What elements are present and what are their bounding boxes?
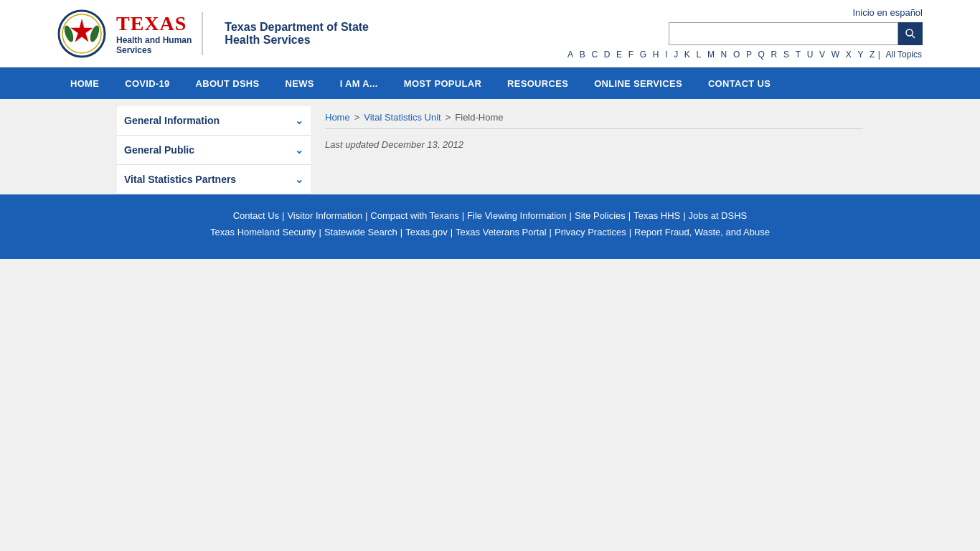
inicio-en-espanol-link[interactable]: Inicio en español xyxy=(852,7,923,18)
footer-sep: | xyxy=(570,210,572,221)
footer-jobs-dshs-link[interactable]: Jobs at DSHS xyxy=(689,210,748,221)
az-letter-d[interactable]: D xyxy=(604,50,611,60)
search-icon xyxy=(905,28,916,39)
az-letter-o[interactable]: O xyxy=(733,50,740,60)
az-letter-x[interactable]: X xyxy=(846,50,852,60)
az-letter-t[interactable]: T xyxy=(796,50,801,60)
az-index-bar: A B C D E F G H I J K L M N O P Q R S xyxy=(567,50,923,60)
az-letter-s[interactable]: S xyxy=(783,50,789,60)
sidebar-item-vital-statistics-partners[interactable]: Vital Statistics Partners ⌄ xyxy=(117,165,311,194)
az-letter-i[interactable]: I xyxy=(665,50,667,60)
chevron-down-icon: ⌄ xyxy=(295,144,303,156)
az-letter-v[interactable]: V xyxy=(819,50,825,60)
footer-visitor-info-link[interactable]: Visitor Information xyxy=(287,210,362,221)
footer-sep: | xyxy=(400,227,402,237)
search-button[interactable] xyxy=(898,22,923,45)
all-topics-link[interactable]: All Topics xyxy=(886,50,922,60)
footer-texas-hhs-link[interactable]: Texas HHS xyxy=(633,210,680,221)
nav-most-popular[interactable]: MOST POPULAR xyxy=(391,67,494,99)
page-footer: Contact Us | Visitor Information | Compa… xyxy=(0,194,980,259)
az-letter-q[interactable]: Q xyxy=(758,50,765,60)
footer-sep: | xyxy=(629,227,631,237)
az-letter-n[interactable]: N xyxy=(721,50,727,60)
svg-point-5 xyxy=(906,29,913,36)
az-letter-b[interactable]: B xyxy=(580,50,585,60)
chevron-down-icon: ⌄ xyxy=(295,174,303,185)
breadcrumb-separator2: > xyxy=(446,112,451,123)
sidebar-item-label: General Information xyxy=(124,115,220,126)
az-letter-y[interactable]: Y xyxy=(857,50,863,60)
az-letter-k[interactable]: K xyxy=(684,50,690,60)
top-navigation: HOME COVID-19 ABOUT DSHS NEWS I AM A... … xyxy=(0,67,980,99)
az-letter-u[interactable]: U xyxy=(807,50,814,60)
footer-sep: | xyxy=(365,210,367,221)
az-letter-a[interactable]: A xyxy=(567,50,573,60)
az-letter-j[interactable]: J xyxy=(674,50,678,60)
az-letter-p[interactable]: P xyxy=(746,50,752,60)
az-letter-h[interactable]: H xyxy=(653,50,659,60)
footer-row1: Contact Us | Visitor Information | Compa… xyxy=(29,210,951,221)
az-letter-w[interactable]: W xyxy=(831,50,839,60)
nav-online-services[interactable]: ONLINE SERVICES xyxy=(581,67,695,99)
az-letter-e[interactable]: E xyxy=(616,50,622,60)
breadcrumb-current-page: Field-Home xyxy=(455,112,503,123)
footer-file-viewing-link[interactable]: File Viewing Information xyxy=(467,210,567,221)
footer-texasgov-link[interactable]: Texas.gov xyxy=(405,227,448,237)
nav-resources[interactable]: RESOURCES xyxy=(494,67,581,99)
footer-sep: | xyxy=(319,227,321,237)
chevron-down-icon: ⌄ xyxy=(295,115,303,126)
footer-report-fraud-link[interactable]: Report Fraud, Waste, and Abuse xyxy=(634,227,770,237)
nav-i-am-a[interactable]: I AM A... xyxy=(327,67,391,99)
logo-area: TEXAS Health and HumanServices Texas Dep… xyxy=(57,9,369,58)
az-letter-f[interactable]: F xyxy=(628,50,633,60)
search-row xyxy=(669,22,923,45)
svg-line-6 xyxy=(912,35,915,38)
az-letter-c[interactable]: C xyxy=(591,50,598,60)
footer-sep: | xyxy=(683,210,685,221)
dshs-name: Texas Department of StateHealth Services xyxy=(225,21,369,47)
footer-row2: Texas Homeland Security | Statewide Sear… xyxy=(29,227,951,237)
az-letter-l[interactable]: L xyxy=(697,50,702,60)
footer-veterans-portal-link[interactable]: Texas Veterans Portal xyxy=(456,227,546,237)
sidebar-item-label: General Public xyxy=(124,144,194,156)
az-letter-r[interactable]: R xyxy=(771,50,778,60)
sidebar-item-general-information[interactable]: General Information ⌄ xyxy=(117,106,311,136)
footer-compact-texans-link[interactable]: Compact with Texans xyxy=(370,210,458,221)
footer-privacy-practices-link[interactable]: Privacy Practices xyxy=(555,227,626,237)
nav-news[interactable]: NEWS xyxy=(273,67,327,99)
last-updated-text: Last updated December 13, 2012 xyxy=(325,139,863,150)
nav-contact-us[interactable]: CONTACT US xyxy=(695,67,783,99)
footer-sep: | xyxy=(462,210,464,221)
content-wrapper: General Information ⌄ General Public ⌄ V… xyxy=(60,99,920,194)
hhs-subtitle: Health and HumanServices xyxy=(116,35,192,55)
breadcrumb-vital-statistics-link[interactable]: Vital Statistics Unit xyxy=(364,112,440,123)
footer-sep: | xyxy=(282,210,284,221)
footer-sep: | xyxy=(628,210,631,221)
nav-home[interactable]: HOME xyxy=(57,67,112,99)
dshs-title: Texas Department of StateHealth Services xyxy=(215,21,369,47)
breadcrumb-home-link[interactable]: Home xyxy=(325,112,350,123)
main-content: Home > Vital Statistics Unit > Field-Hom… xyxy=(311,99,863,194)
footer-texas-homeland-link[interactable]: Texas Homeland Security xyxy=(210,227,316,237)
nav-about-dshs[interactable]: ABOUT DSHS xyxy=(183,67,273,99)
footer-contact-us-link[interactable]: Contact Us xyxy=(233,210,279,221)
nav-covid19[interactable]: COVID-19 xyxy=(112,67,182,99)
footer-site-policies-link[interactable]: Site Policies xyxy=(575,210,626,221)
texas-brand-text: TEXAS xyxy=(116,12,192,35)
sidebar-item-general-public[interactable]: General Public ⌄ xyxy=(117,136,311,165)
breadcrumb-separator: > xyxy=(354,112,360,123)
search-area: Inicio en español A B C D E F G H xyxy=(567,7,923,60)
search-input[interactable] xyxy=(669,22,898,45)
footer-sep: | xyxy=(451,227,453,237)
az-letter-z[interactable]: Z xyxy=(870,50,875,60)
sidebar: General Information ⌄ General Public ⌄ V… xyxy=(117,99,311,194)
footer-sep: | xyxy=(550,227,552,237)
texas-seal-icon xyxy=(57,9,106,58)
footer-statewide-search-link[interactable]: Statewide Search xyxy=(324,227,397,237)
az-letter-g[interactable]: G xyxy=(640,50,646,60)
logo-text-left: TEXAS Health and HumanServices xyxy=(116,12,203,55)
az-letter-m[interactable]: M xyxy=(707,50,715,60)
breadcrumb: Home > Vital Statistics Unit > Field-Hom… xyxy=(325,106,863,129)
sidebar-item-label: Vital Statistics Partners xyxy=(124,174,236,185)
